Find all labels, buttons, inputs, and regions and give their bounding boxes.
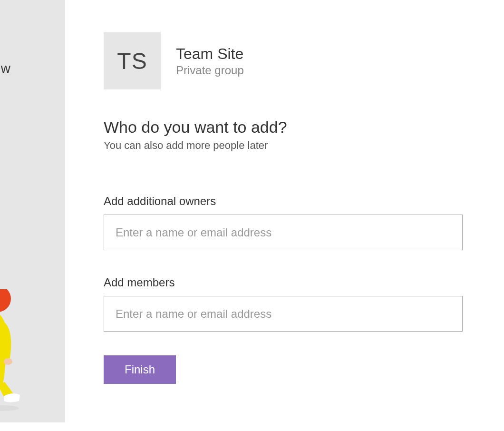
sidebar-partial-text: w bbox=[1, 61, 10, 76]
members-input[interactable] bbox=[104, 296, 463, 332]
svg-point-1 bbox=[4, 358, 12, 365]
svg-point-2 bbox=[0, 405, 19, 411]
site-header: TS Team Site Private group bbox=[104, 32, 463, 89]
site-logo: TS bbox=[104, 32, 161, 89]
person-illustration bbox=[0, 289, 33, 413]
prompt-heading: Who do you want to add? bbox=[104, 118, 463, 137]
members-label: Add members bbox=[104, 276, 463, 289]
svg-point-0 bbox=[0, 289, 11, 312]
site-title: Team Site bbox=[176, 45, 244, 63]
site-subtitle: Private group bbox=[176, 64, 244, 77]
main-panel: TS Team Site Private group Who do you wa… bbox=[104, 32, 463, 384]
prompt-subheading: You can also add more people later bbox=[104, 139, 463, 152]
owners-input[interactable] bbox=[104, 215, 463, 250]
sidebar: w bbox=[0, 0, 65, 422]
owners-label: Add additional owners bbox=[104, 195, 463, 208]
finish-button[interactable]: Finish bbox=[104, 355, 176, 384]
site-title-block: Team Site Private group bbox=[176, 45, 244, 77]
